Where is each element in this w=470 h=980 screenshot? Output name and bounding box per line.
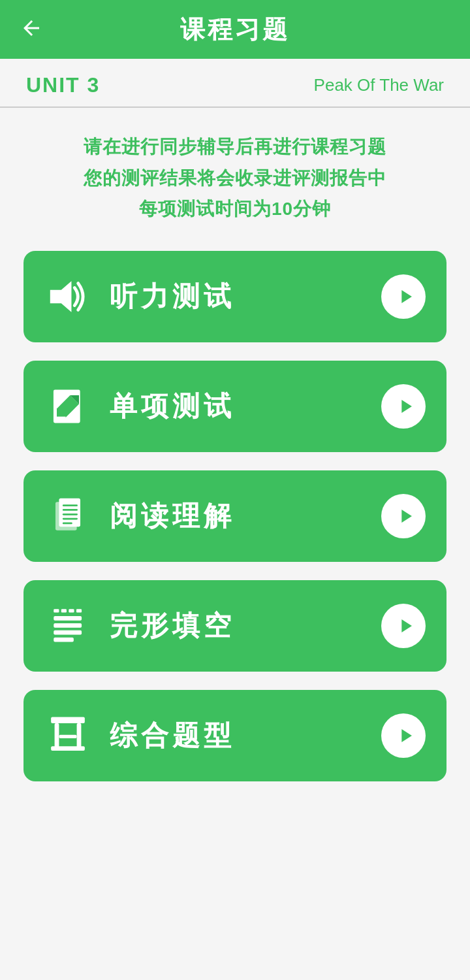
play-button-single[interactable] xyxy=(381,384,426,429)
unit-label: UNIT 3 xyxy=(26,73,100,97)
svg-rect-22 xyxy=(51,717,85,723)
page-title: 课程习题 xyxy=(180,13,290,46)
info-line1: 请在进行同步辅导后再进行课程习题 xyxy=(20,131,450,163)
play-button-combined[interactable] xyxy=(381,713,426,758)
svg-rect-25 xyxy=(51,746,85,751)
svg-marker-0 xyxy=(50,281,72,312)
article-icon xyxy=(44,493,91,540)
card-combined[interactable]: 综合题型 xyxy=(24,690,446,781)
svg-rect-26 xyxy=(59,734,76,738)
card-single[interactable]: 单项测试 xyxy=(24,361,446,452)
svg-rect-19 xyxy=(54,623,82,628)
svg-rect-14 xyxy=(54,609,59,612)
header: 课程习题 xyxy=(0,0,470,59)
card-label-listening: 听力测试 xyxy=(110,278,235,315)
volume-icon xyxy=(44,273,91,320)
card-label-combined: 综合题型 xyxy=(110,717,235,754)
svg-rect-24 xyxy=(77,723,82,750)
card-cloze[interactable]: 完形填空 xyxy=(24,580,446,672)
play-button-listening[interactable] xyxy=(381,274,426,319)
svg-rect-17 xyxy=(76,609,82,612)
unit-row: UNIT 3 Peak Of The War xyxy=(0,59,470,108)
card-left-single: 单项测试 xyxy=(44,383,235,430)
info-line3: 每项测试时间为10分钟 xyxy=(20,193,450,225)
table-icon xyxy=(44,712,91,759)
info-line2: 您的测评结果将会收录进评测报告中 xyxy=(20,163,450,194)
card-left-cloze: 完形填空 xyxy=(44,602,235,649)
cards-container: 听力测试 单项测试 xyxy=(0,238,470,805)
card-left-listening: 听力测试 xyxy=(44,273,235,320)
card-reading[interactable]: 阅读理解 xyxy=(24,470,446,562)
play-button-cloze[interactable] xyxy=(381,604,426,648)
card-left-combined: 综合题型 xyxy=(44,712,235,759)
card-left-reading: 阅读理解 xyxy=(44,493,235,540)
card-label-reading: 阅读理解 xyxy=(110,498,235,534)
svg-rect-21 xyxy=(54,637,74,642)
card-label-single: 单项测试 xyxy=(110,388,235,425)
svg-rect-23 xyxy=(55,723,59,750)
svg-rect-20 xyxy=(54,630,82,635)
card-label-cloze: 完形填空 xyxy=(110,608,235,644)
play-button-reading[interactable] xyxy=(381,494,426,538)
svg-rect-15 xyxy=(61,609,67,612)
edit-icon xyxy=(44,383,91,430)
info-text: 请在进行同步辅导后再进行课程习题 您的测评结果将会收录进评测报告中 每项测试时间… xyxy=(0,108,470,238)
list-icon xyxy=(44,602,91,649)
unit-subtitle: Peak Of The War xyxy=(314,75,444,95)
svg-rect-18 xyxy=(54,616,82,621)
card-listening[interactable]: 听力测试 xyxy=(24,251,446,342)
back-button[interactable] xyxy=(20,16,43,42)
svg-rect-16 xyxy=(69,609,74,612)
